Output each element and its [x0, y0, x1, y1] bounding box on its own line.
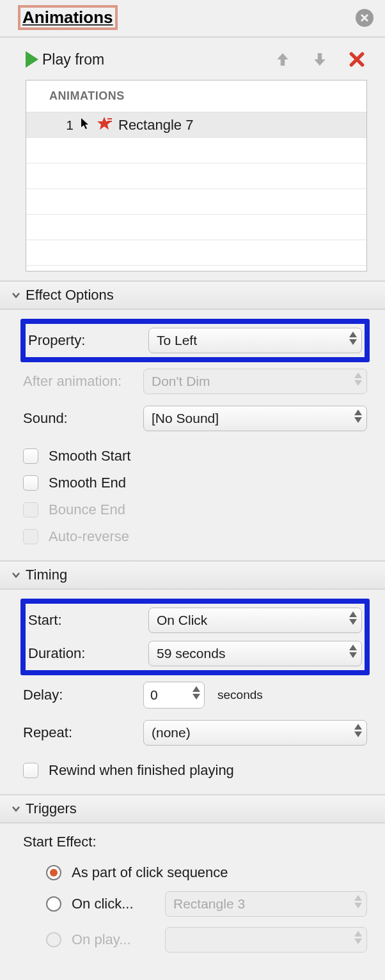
repeat-label: Repeat:: [23, 724, 143, 741]
chevron-down-icon: [12, 804, 20, 813]
animations-panel: Animations Play from ANIMATIONS 1: [0, 0, 385, 968]
delete-button[interactable]: [347, 49, 367, 70]
effect-options-title: Effect Options: [26, 287, 114, 303]
trigger-sequence-label: As part of click sequence: [72, 864, 228, 881]
stepper-icon: [354, 931, 362, 944]
start-label: Start:: [28, 612, 148, 629]
stepper-icon: [349, 332, 357, 345]
seconds-label: seconds: [217, 688, 263, 702]
bounce-end-label: Bounce End: [49, 501, 125, 518]
stepper-icon: [354, 895, 362, 908]
chevron-down-icon: [12, 291, 20, 300]
list-item-empty: [26, 215, 366, 240]
stepper-icon: [354, 372, 362, 386]
smooth-start-row[interactable]: Smooth Start: [23, 443, 367, 470]
panel-header: Animations: [0, 0, 385, 38]
property-label: Property:: [28, 332, 148, 349]
list-item-empty: [26, 138, 366, 164]
list-item[interactable]: 1 Rectangle 7: [26, 112, 366, 138]
sound-value: [No Sound]: [152, 411, 219, 426]
timing-body: Start: On Click Duration: 59 seconds Del…: [0, 590, 385, 794]
trigger-onplay-row: On play...: [46, 922, 367, 958]
duration-value: 59 seconds: [157, 646, 225, 661]
effect-options-header[interactable]: Effect Options: [0, 280, 385, 310]
rewind-label: Rewind when finished playing: [49, 762, 234, 779]
item-label: Rectangle 7: [118, 117, 193, 134]
start-dropdown[interactable]: On Click: [148, 608, 362, 633]
chevron-down-icon: [12, 570, 20, 579]
sound-dropdown[interactable]: [No Sound]: [143, 406, 367, 431]
delay-label: Delay:: [23, 687, 143, 703]
list-item-empty: [26, 240, 366, 266]
after-animation-dropdown: Don't Dim: [143, 369, 367, 394]
trigger-onplay-label: On play...: [72, 931, 155, 948]
after-animation-label: After animation:: [23, 373, 143, 390]
trigger-onclick-value: Rectangle 3: [173, 896, 245, 912]
stepper-icon: [349, 611, 357, 625]
auto-reverse-label: Auto-reverse: [49, 528, 129, 545]
property-highlight: Property: To Left: [20, 319, 370, 362]
arrow-up-icon: [274, 51, 291, 68]
panel-title: Animations: [18, 5, 118, 30]
stepper-icon[interactable]: [192, 686, 200, 700]
arrow-down-icon: [311, 51, 328, 68]
close-button[interactable]: [356, 9, 373, 27]
property-value: To Left: [157, 333, 197, 348]
timing-header[interactable]: Timing: [0, 560, 385, 590]
trigger-onplay-radio: [46, 932, 61, 947]
stepper-icon: [349, 645, 357, 658]
rewind-checkbox[interactable]: [23, 763, 38, 778]
bounce-end-checkbox: [23, 502, 38, 517]
duration-dropdown[interactable]: 59 seconds: [148, 641, 362, 666]
click-trigger-icon: [80, 117, 90, 133]
smooth-start-label: Smooth Start: [49, 448, 130, 464]
trigger-onclick-radio[interactable]: [46, 896, 61, 912]
smooth-start-checkbox[interactable]: [23, 448, 38, 464]
trigger-onplay-dropdown: [165, 927, 367, 953]
effect-options-body: Property: To Left After animation: Don't…: [0, 310, 385, 560]
repeat-value: (none): [152, 725, 191, 740]
trigger-onclick-dropdown: Rectangle 3: [165, 891, 367, 917]
move-down-button: [310, 49, 330, 70]
after-animation-value: Don't Dim: [152, 374, 210, 389]
play-toolbar: Play from: [0, 38, 385, 76]
triggers-body: Start Effect: As part of click sequence …: [0, 823, 385, 968]
trigger-onclick-row[interactable]: On click... Rectangle 3: [46, 886, 367, 922]
trigger-sequence-row[interactable]: As part of click sequence: [46, 859, 367, 886]
play-icon[interactable]: [26, 51, 38, 68]
duration-label: Duration:: [28, 645, 148, 662]
triggers-header[interactable]: Triggers: [0, 794, 385, 823]
list-item-empty: [26, 164, 366, 189]
list-header: ANIMATIONS: [26, 80, 366, 112]
play-from-label[interactable]: Play from: [42, 51, 104, 68]
timing-highlight: Start: On Click Duration: 59 seconds: [20, 599, 370, 675]
start-value: On Click: [157, 613, 207, 628]
sound-label: Sound:: [23, 410, 143, 427]
bounce-end-row: Bounce End: [23, 496, 367, 523]
auto-reverse-checkbox: [23, 529, 38, 544]
smooth-end-row[interactable]: Smooth End: [23, 470, 367, 496]
repeat-dropdown[interactable]: (none): [143, 720, 367, 746]
property-dropdown[interactable]: To Left: [148, 328, 362, 353]
stepper-icon: [354, 410, 362, 423]
close-icon: [360, 13, 369, 22]
smooth-end-checkbox[interactable]: [23, 475, 38, 491]
triggers-title: Triggers: [26, 800, 77, 817]
list-item-empty: [26, 189, 366, 215]
timing-title: Timing: [26, 567, 67, 583]
auto-reverse-row: Auto-reverse: [23, 523, 367, 550]
stepper-icon: [354, 724, 362, 737]
smooth-end-label: Smooth End: [49, 475, 126, 491]
animations-list[interactable]: ANIMATIONS 1 Rectangle 7: [26, 80, 367, 272]
rewind-row[interactable]: Rewind when finished playing: [23, 757, 367, 784]
item-index: 1: [40, 118, 74, 133]
effect-type-icon: [97, 116, 112, 134]
delete-x-icon: [349, 51, 365, 68]
trigger-sequence-radio[interactable]: [46, 865, 61, 880]
trigger-onclick-label: On click...: [72, 896, 155, 912]
delay-input[interactable]: 0: [143, 682, 205, 708]
delay-value: 0: [150, 687, 158, 703]
move-up-button: [272, 49, 293, 70]
start-effect-label: Start Effect:: [23, 834, 367, 850]
